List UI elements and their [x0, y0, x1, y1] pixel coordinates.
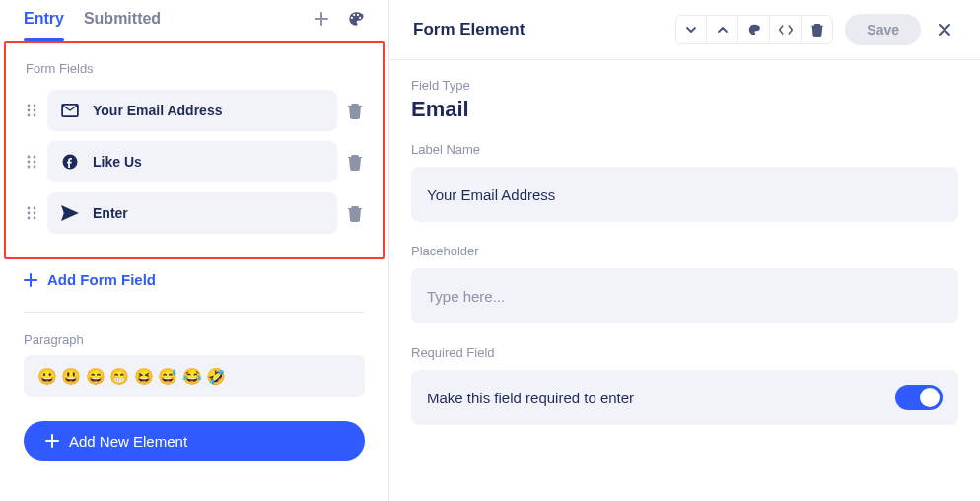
label-name-label: Label Name	[411, 142, 958, 157]
svg-point-13	[34, 207, 36, 210]
svg-point-16	[28, 217, 31, 220]
svg-point-3	[34, 109, 36, 112]
field-chip-email[interactable]: Your Email Address	[47, 90, 337, 131]
palette-icon[interactable]	[347, 10, 365, 28]
add-element-label: Add New Element	[69, 433, 187, 450]
required-field-label: Required Field	[411, 345, 958, 360]
drag-handle-icon[interactable]	[26, 205, 37, 221]
required-row: Make this field required to enter	[411, 370, 958, 425]
field-chip-label: Your Email Address	[93, 103, 222, 118]
plus-icon	[24, 273, 37, 287]
svg-point-4	[28, 114, 31, 117]
field-chip-label: Like Us	[93, 154, 142, 170]
required-toggle[interactable]	[895, 385, 943, 410]
placeholder-input[interactable]	[411, 268, 958, 323]
field-type-value: Email	[411, 97, 958, 122]
svg-point-11	[34, 166, 36, 169]
svg-point-8	[28, 161, 31, 164]
drag-handle-icon[interactable]	[26, 154, 37, 170]
svg-point-7	[34, 156, 36, 159]
move-down-button[interactable]	[675, 15, 707, 44]
svg-point-2	[28, 109, 31, 112]
paragraph-box[interactable]: 😀 😃 😄 😁 😆 😅 😂 🤣	[24, 355, 365, 397]
trash-icon[interactable]	[347, 204, 363, 222]
svg-point-0	[28, 105, 31, 107]
style-button[interactable]	[738, 15, 770, 44]
tabs-bar: Entry Submitted	[0, 0, 388, 41]
delete-button[interactable]	[802, 15, 833, 44]
field-chip-label: Enter	[93, 205, 128, 221]
divider	[24, 312, 365, 313]
panel-title: Form Element	[413, 20, 664, 39]
svg-point-14	[28, 212, 31, 215]
drag-handle-icon[interactable]	[26, 103, 37, 118]
right-header: Form Element Save	[389, 0, 980, 60]
facebook-icon	[61, 153, 79, 171]
code-button[interactable]	[770, 15, 802, 44]
plus-icon[interactable]	[314, 11, 329, 27]
form-fields-section: Form Fields Your Email Address	[4, 41, 385, 259]
envelope-icon	[61, 104, 79, 117]
svg-point-12	[28, 207, 31, 210]
tab-submitted[interactable]: Submitted	[84, 10, 161, 41]
field-chip-send[interactable]: Enter	[47, 192, 337, 234]
add-form-field-button[interactable]: Add Form Field	[0, 259, 388, 306]
left-pane: Entry Submitted Form Fields	[0, 0, 389, 501]
svg-point-10	[28, 166, 31, 169]
svg-point-6	[28, 156, 31, 159]
save-button[interactable]: Save	[845, 14, 921, 45]
svg-point-9	[34, 161, 36, 164]
section-label: Form Fields	[26, 61, 363, 76]
tab-entry[interactable]: Entry	[24, 10, 64, 41]
svg-point-15	[34, 212, 36, 215]
field-type-label: Field Type	[411, 78, 958, 93]
plus-icon	[45, 434, 59, 448]
field-chip-facebook[interactable]: Like Us	[47, 141, 337, 182]
add-element-button[interactable]: Add New Element	[24, 421, 365, 461]
trash-icon[interactable]	[347, 153, 363, 171]
placeholder-label: Placeholder	[411, 244, 958, 258]
header-icon-group	[675, 15, 833, 44]
field-row: Enter	[26, 192, 363, 234]
paragraph-content: 😀 😃 😄 😁 😆 😅 😂 🤣	[37, 368, 226, 385]
move-up-button[interactable]	[707, 15, 738, 44]
label-name-input[interactable]	[411, 167, 958, 222]
svg-point-5	[34, 114, 36, 117]
field-row: Like Us	[26, 141, 363, 182]
svg-point-1	[34, 105, 36, 107]
right-pane: Form Element Save	[389, 0, 980, 501]
field-row: Your Email Address	[26, 90, 363, 131]
right-body: Field Type Email Label Name Placeholder …	[389, 60, 980, 443]
add-form-field-label: Add Form Field	[47, 271, 156, 288]
required-text: Make this field required to enter	[427, 390, 634, 406]
trash-icon[interactable]	[347, 102, 363, 119]
close-icon[interactable]	[933, 18, 956, 41]
svg-point-17	[34, 217, 36, 220]
paragraph-label: Paragraph	[24, 332, 365, 347]
send-icon	[61, 205, 79, 221]
